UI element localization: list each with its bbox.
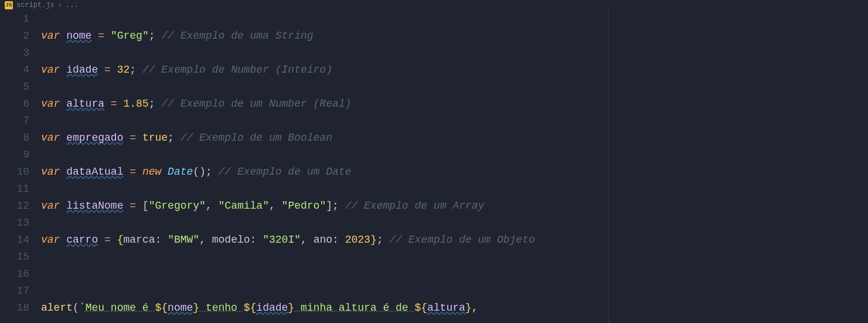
line-number: 6 xyxy=(0,96,29,113)
line-number: 12 xyxy=(0,198,29,215)
code-editor[interactable]: 1 2 3 4 5 6 7 8 9 10 11 12 13 14 15 16 1… xyxy=(0,11,868,323)
line-number: 15 xyxy=(0,249,29,266)
line-number: 4 xyxy=(0,62,29,79)
line-number: 17 xyxy=(0,283,29,300)
code-line-8[interactable] xyxy=(41,266,868,283)
line-number: 10 xyxy=(0,164,29,181)
line-number: 14 xyxy=(0,232,29,249)
line-number: 7 xyxy=(0,113,29,130)
code-line-7[interactable]: var carro = {marca: "BMW", modelo: "320I… xyxy=(41,232,868,249)
breadcrumb-separator: › xyxy=(58,1,62,9)
line-number: 18 xyxy=(0,300,29,317)
line-number: 11 xyxy=(0,181,29,198)
line-number: 16 xyxy=(0,266,29,283)
line-number: 1 xyxy=(0,11,29,28)
line-number: 5 xyxy=(0,79,29,96)
js-file-icon: JS xyxy=(5,1,13,9)
code-line-2[interactable]: var idade = 32; // Exemplo de Number (In… xyxy=(41,62,868,79)
breadcrumb[interactable]: JS script.js › ... xyxy=(0,0,868,11)
line-number: 13 xyxy=(0,215,29,232)
code-area[interactable]: var nome = "Greg"; // Exemplo de uma Str… xyxy=(41,11,868,323)
code-line-1[interactable]: var nome = "Greg"; // Exemplo de uma Str… xyxy=(41,28,868,45)
line-number: 2 xyxy=(0,28,29,45)
line-number: 9 xyxy=(0,147,29,164)
breadcrumb-trail[interactable]: ... xyxy=(66,1,79,9)
code-line-9[interactable]: alert(`Meu nome é ${nome} tenho ${idade}… xyxy=(41,300,868,317)
line-number: 3 xyxy=(0,45,29,62)
breadcrumb-file[interactable]: script.js xyxy=(16,1,55,9)
line-number-gutter: 1 2 3 4 5 6 7 8 9 10 11 12 13 14 15 16 1… xyxy=(0,11,41,323)
code-line-6[interactable]: var listaNome = ["Gregory", "Camila", "P… xyxy=(41,198,868,215)
code-line-5[interactable]: var dataAtual = new Date(); // Exemplo d… xyxy=(41,164,868,181)
code-line-3[interactable]: var altura = 1.85; // Exemplo de um Numb… xyxy=(41,96,868,113)
code-line-4[interactable]: var empregado = true; // Exemplo de um B… xyxy=(41,130,868,147)
line-number: 8 xyxy=(0,130,29,147)
